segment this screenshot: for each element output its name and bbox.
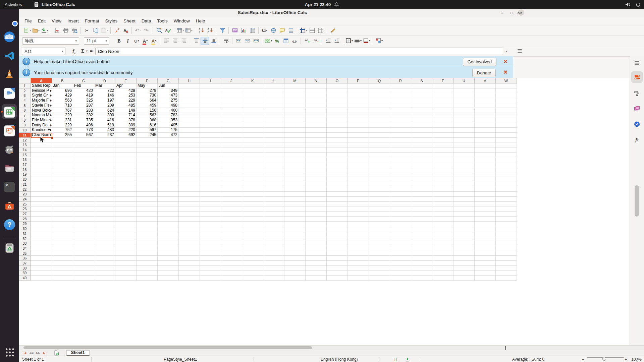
- cell-R30[interactable]: [390, 226, 411, 231]
- cell-A4[interactable]: Majorie F: [31, 98, 52, 103]
- cell-T33[interactable]: [432, 241, 453, 246]
- cell-V3[interactable]: [475, 93, 496, 98]
- cell-W25[interactable]: [496, 202, 517, 207]
- cell-Q20[interactable]: [369, 177, 390, 182]
- split-handle[interactable]: [505, 346, 506, 350]
- cell-V37[interactable]: [475, 261, 496, 266]
- cell-J2[interactable]: [221, 88, 242, 94]
- cell-F34[interactable]: [137, 246, 158, 251]
- cell-S18[interactable]: [411, 167, 432, 172]
- cell-H6[interactable]: [179, 108, 200, 113]
- cell-O5[interactable]: [327, 103, 348, 108]
- cell-Q6[interactable]: [369, 108, 390, 113]
- cell-O16[interactable]: [327, 158, 348, 163]
- cell-N24[interactable]: [306, 197, 327, 202]
- cell-G6[interactable]: 460: [158, 108, 179, 113]
- column-header-R[interactable]: R: [390, 78, 411, 83]
- cell-M26[interactable]: [284, 207, 306, 212]
- cell-S17[interactable]: [411, 162, 432, 167]
- cell-A30[interactable]: [31, 226, 52, 231]
- cell-S4[interactable]: [411, 98, 432, 103]
- cell-R14[interactable]: [390, 147, 411, 153]
- cell-O17[interactable]: [327, 162, 348, 167]
- cell-H8[interactable]: [179, 118, 200, 123]
- cell-U1[interactable]: [453, 83, 475, 88]
- cell-B31[interactable]: [52, 231, 73, 236]
- cell-J28[interactable]: [221, 217, 242, 222]
- cell-L34[interactable]: [263, 246, 284, 251]
- cell-F37[interactable]: [137, 261, 158, 266]
- dropdown-arrow-icon[interactable]: ▾: [107, 29, 108, 32]
- language-label[interactable]: English (Hong Kong): [321, 357, 358, 362]
- cell-T4[interactable]: [432, 98, 453, 103]
- cell-S28[interactable]: [411, 217, 432, 222]
- cell-O25[interactable]: [327, 202, 348, 207]
- cell-U16[interactable]: [453, 158, 475, 163]
- cell-Q30[interactable]: [369, 226, 390, 231]
- row-header-7[interactable]: 7: [19, 113, 31, 118]
- cell-B30[interactable]: [52, 226, 73, 231]
- cell-O11[interactable]: [327, 133, 348, 138]
- cell-L16[interactable]: [263, 158, 284, 163]
- cell-D39[interactable]: [94, 271, 115, 276]
- cell-P40[interactable]: [348, 276, 369, 281]
- cell-O28[interactable]: [327, 217, 348, 222]
- cell-K36[interactable]: [242, 256, 263, 261]
- cell-J39[interactable]: [221, 271, 242, 276]
- cell-B28[interactable]: [52, 217, 73, 222]
- cell-W9[interactable]: [496, 123, 517, 128]
- zoom-out-icon[interactable]: −: [582, 357, 584, 362]
- cell-J31[interactable]: [221, 231, 242, 236]
- cell-H32[interactable]: [179, 236, 200, 241]
- row-header-8[interactable]: 8: [19, 118, 31, 123]
- cell-S10[interactable]: [411, 128, 432, 133]
- cell-D21[interactable]: [94, 182, 115, 187]
- cell-M37[interactable]: [284, 261, 306, 266]
- cell-S34[interactable]: [411, 246, 432, 251]
- cell-N5[interactable]: [306, 103, 327, 108]
- cell-Q23[interactable]: [369, 192, 390, 197]
- cell-D5[interactable]: 209: [94, 103, 115, 108]
- cell-G20[interactable]: [158, 177, 179, 182]
- cell-P7[interactable]: [348, 113, 369, 118]
- cell-A23[interactable]: [31, 192, 52, 197]
- cell-G19[interactable]: [158, 172, 179, 177]
- cell-G4[interactable]: 275: [158, 98, 179, 103]
- cell-A2[interactable]: Ivelisse P: [31, 88, 52, 94]
- cell-A36[interactable]: [31, 256, 52, 261]
- cell-H13[interactable]: [179, 142, 200, 147]
- cell-H26[interactable]: [179, 207, 200, 212]
- cell-K6[interactable]: [242, 108, 263, 113]
- cell-T9[interactable]: [432, 123, 453, 128]
- cell-I32[interactable]: [200, 236, 221, 241]
- cell-A32[interactable]: [31, 236, 52, 241]
- cell-V22[interactable]: [475, 187, 496, 192]
- cell-R28[interactable]: [390, 217, 411, 222]
- row-header-19[interactable]: 19: [19, 172, 31, 177]
- cell-S20[interactable]: [411, 177, 432, 182]
- cell-D15[interactable]: [94, 153, 115, 158]
- cell-M28[interactable]: [284, 217, 306, 222]
- cell-B27[interactable]: [52, 212, 73, 217]
- cell-T17[interactable]: [432, 162, 453, 167]
- delete-decimal-button[interactable]: .00: [311, 37, 320, 45]
- expand-formula-bar-icon[interactable]: ⌄: [505, 49, 508, 52]
- cell-P36[interactable]: [348, 256, 369, 261]
- cell-F21[interactable]: [137, 182, 158, 187]
- cell-S14[interactable]: [411, 147, 432, 153]
- add-decimal-button[interactable]: .00: [303, 37, 311, 45]
- cell-K29[interactable]: [242, 222, 263, 227]
- cell-U3[interactable]: [453, 93, 475, 98]
- cell-W24[interactable]: [496, 197, 517, 202]
- cell-O29[interactable]: [327, 222, 348, 227]
- row-header-34[interactable]: 34: [19, 246, 31, 251]
- cell-C33[interactable]: [73, 241, 94, 246]
- cell-K21[interactable]: [242, 182, 263, 187]
- cell-U19[interactable]: [453, 172, 475, 177]
- dropdown-arrow-icon[interactable]: ▾: [155, 39, 156, 42]
- function-wizard-button[interactable]: fx: [72, 49, 76, 55]
- cell-K17[interactable]: [242, 162, 263, 167]
- insert-pivot-table-button[interactable]: Σ: [248, 26, 257, 35]
- cell-A28[interactable]: [31, 217, 52, 222]
- cell-N1[interactable]: [306, 83, 327, 88]
